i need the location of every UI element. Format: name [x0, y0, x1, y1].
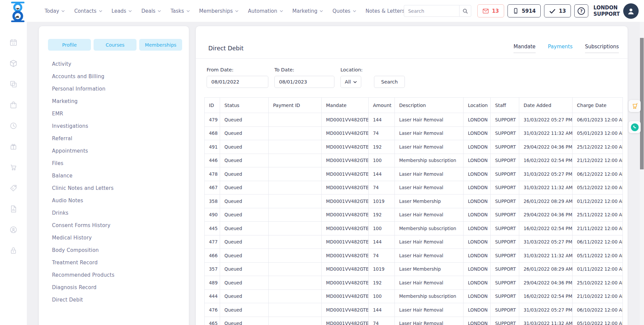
- cell-staff: SUPPORT: [491, 154, 519, 167]
- tasks-button[interactable]: 13: [544, 4, 571, 17]
- tab-profile[interactable]: Profile: [48, 39, 91, 51]
- table-row[interactable]: 491QueuedMD0001VV482GTE192Laser Hair Rem…: [205, 140, 623, 154]
- search-input[interactable]: [404, 5, 459, 17]
- tab-payments[interactable]: Payments: [548, 44, 573, 53]
- nav-item-memberships[interactable]: Memberships: [199, 8, 239, 14]
- tab-subscriptions[interactable]: Subscriptions: [585, 44, 619, 53]
- table-row[interactable]: 479QueuedMD0001VV482GTE144Laser Hair Rem…: [205, 113, 623, 127]
- gift-icon[interactable]: [9, 143, 17, 151]
- sidebar-item-direct-debit[interactable]: Direct Debit: [52, 293, 189, 306]
- table-row[interactable]: 357QueuedMD0001VV482GTE1019Laser Members…: [205, 262, 623, 276]
- chevron-down-icon: [186, 10, 190, 12]
- cell-date-added: 31/03/2022 05:27 PM: [519, 235, 573, 249]
- sidebar-item-consent-forms-history[interactable]: Consent Forms History: [52, 219, 189, 231]
- sidebar-item-recommended-products[interactable]: Recommended Products: [52, 269, 189, 281]
- tab-memberships[interactable]: Memberships: [139, 39, 182, 51]
- table-row[interactable]: 358QueuedMD0001VV482GTE1019Laser Members…: [205, 195, 623, 208]
- nav-item-deals[interactable]: Deals: [141, 8, 161, 14]
- table-row[interactable]: 478QueuedMD0001VV482GTE144Laser Hair Rem…: [205, 167, 623, 181]
- sidebar-item-diagnosis-record[interactable]: Diagnosis Record: [52, 281, 189, 293]
- nav-item-leads[interactable]: Leads: [112, 8, 132, 14]
- sidebar-item-audio-notes[interactable]: Audio Notes: [52, 194, 189, 207]
- sidebar-item-personal-information[interactable]: Personal Information: [52, 83, 189, 95]
- user-name[interactable]: LONDON SUPPORT: [593, 5, 620, 17]
- cell-id: 489: [205, 276, 220, 290]
- sms-button[interactable]: 5914: [507, 4, 541, 17]
- shopping-bag-icon[interactable]: [9, 101, 17, 109]
- cell-mandate: MD0001VV482GTE: [322, 249, 369, 263]
- table-row[interactable]: 489QueuedMD0001VV482GTE192Laser Hair Rem…: [205, 276, 623, 290]
- cell-status: Queued: [220, 208, 269, 222]
- help-button[interactable]: ?: [574, 4, 588, 17]
- lock-icon[interactable]: [9, 247, 17, 255]
- sidebar-item-treatment-record[interactable]: Treatment Record: [52, 256, 189, 269]
- report-icon[interactable]: [9, 205, 17, 213]
- price-tag-icon[interactable]: $: [9, 184, 17, 192]
- sidebar-item-appointments[interactable]: Appointments: [52, 145, 189, 157]
- cell-id: 491: [205, 140, 220, 154]
- table-row[interactable]: 468QueuedMD0001VV482GTE74Laser Hair Remo…: [205, 126, 623, 140]
- nav-item-automation[interactable]: Automation: [248, 8, 283, 14]
- nav-item-contacts[interactable]: Contacts: [74, 8, 102, 14]
- chevron-down-icon: [235, 10, 238, 12]
- sidebar-item-balance[interactable]: Balance: [52, 169, 189, 182]
- cell-payment-id: [269, 317, 322, 325]
- cart-button[interactable]: [629, 100, 641, 112]
- table-row[interactable]: 446QueuedMD0001VV482GTE100Membership sub…: [205, 154, 623, 167]
- sidebar-item-body-composition[interactable]: Body Composition: [52, 244, 189, 256]
- call-button[interactable]: [629, 121, 641, 133]
- cell-amount: 74: [369, 249, 395, 263]
- nav-item-label: Deals: [141, 8, 155, 14]
- nav-item-marketing[interactable]: Marketing: [292, 8, 323, 14]
- copy-icon[interactable]: [9, 80, 17, 88]
- sidebar-item-drinks[interactable]: Drinks: [52, 207, 189, 219]
- location-select[interactable]: All: [340, 76, 361, 88]
- sidebar-item-files[interactable]: Files: [52, 157, 189, 169]
- table-row[interactable]: 477QueuedMD0001VV482GTE144Laser Hair Rem…: [205, 235, 623, 249]
- vertical-scrollbar[interactable]: [640, 22, 644, 325]
- sidebar-item-activity[interactable]: Activity: [52, 58, 189, 70]
- filter-search-button[interactable]: Search: [374, 76, 405, 88]
- search-submit-button[interactable]: [459, 5, 471, 17]
- history-icon[interactable]: [9, 122, 17, 130]
- sidebar-item-medical-history[interactable]: Medical History: [52, 231, 189, 244]
- sidebar-item-accounts-and-billing[interactable]: Accounts and Billing: [52, 70, 189, 83]
- from-date-input[interactable]: [207, 76, 268, 88]
- to-date-input[interactable]: [274, 76, 334, 88]
- cell-staff: SUPPORT: [491, 235, 519, 249]
- user-avatar[interactable]: [623, 3, 639, 19]
- table-row[interactable]: 467QueuedMD0001VV482GTE74Laser Hair Remo…: [205, 181, 623, 195]
- table-row[interactable]: 444QueuedMD0001VV482GTE100Membership sub…: [205, 289, 623, 303]
- sidebar-item-investigations[interactable]: Investigations: [52, 120, 189, 132]
- cell-id: 465: [205, 317, 220, 325]
- cell-status: Queued: [220, 126, 269, 140]
- cell-date-added: 16/02/2022 02:54 PM: [519, 222, 573, 235]
- cell-charge-date: 06/12/2022 12:00 AM: [573, 167, 623, 181]
- nav-item-quotes[interactable]: Quotes: [332, 8, 356, 14]
- package-icon[interactable]: [9, 59, 17, 67]
- cell-charge-date: 01/12/2022 12:00 AM: [573, 195, 623, 208]
- cell-location: LONDON: [464, 222, 491, 235]
- cart-icon[interactable]: [9, 163, 17, 171]
- sidebar-item-referral[interactable]: Referral: [52, 132, 189, 145]
- cell-date-added: 26/01/2022 08:29 AM: [519, 195, 573, 208]
- nav-item-today[interactable]: Today: [45, 8, 65, 14]
- calendar-icon[interactable]: 12: [9, 39, 17, 47]
- sidebar-item-marketing[interactable]: Marketing: [52, 95, 189, 107]
- table-row[interactable]: 466QueuedMD0001VV482GTE74Laser Hair Remo…: [205, 249, 623, 263]
- sidebar-item-clinic-notes-and-letters[interactable]: Clinic Notes and Letters: [52, 182, 189, 194]
- table-row[interactable]: 445QueuedMD0001VV482GTE100Membership sub…: [205, 222, 623, 235]
- app-logo[interactable]: [10, 1, 26, 21]
- tab-courses[interactable]: Courses: [94, 39, 137, 51]
- table-row[interactable]: 465QueuedMD0001VV482GTE74Laser Hair Remo…: [205, 317, 623, 325]
- tab-mandate[interactable]: Mandate: [514, 44, 535, 53]
- cell-id: 477: [205, 235, 220, 249]
- support-user-icon[interactable]: [9, 226, 17, 234]
- table-row[interactable]: 476QueuedMD0001VV482GTE144Laser Hair Rem…: [205, 303, 623, 317]
- table-row[interactable]: 490QueuedMD0001VV482GTE192Laser Hair Rem…: [205, 208, 623, 222]
- messages-button[interactable]: 13: [477, 4, 504, 17]
- cell-payment-id: [269, 208, 322, 222]
- nav-item-tasks[interactable]: Tasks: [170, 8, 190, 14]
- sidebar-item-emr[interactable]: EMR: [52, 107, 189, 120]
- cell-mandate: MD0001VV482GTE: [322, 181, 369, 195]
